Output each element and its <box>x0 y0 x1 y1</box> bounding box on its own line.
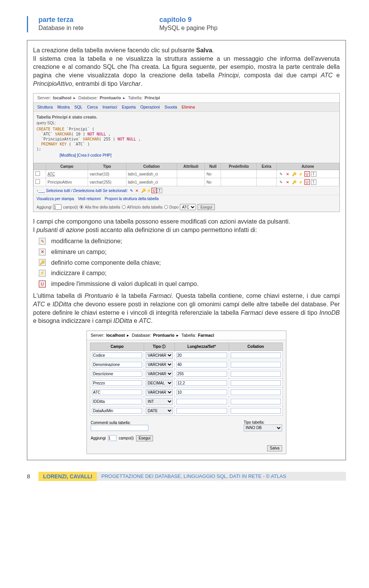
field-type-select[interactable]: DATE <box>146 408 173 414</box>
field-len-input[interactable] <box>176 399 227 404</box>
table-comments-label: Commenti sulla tabella: <box>91 421 131 425</box>
field-len-input[interactable] <box>176 380 227 386</box>
edit-icon: ✎ <box>129 188 134 193</box>
footer-author: LORENZI, CAVALLI <box>38 472 97 481</box>
edit-icon[interactable]: ✎ <box>278 171 284 177</box>
field-name-input[interactable] <box>92 352 142 358</box>
page-number: 8 <box>27 473 38 479</box>
chapter-subtitle: MySQL e pagine Php <box>159 24 218 32</box>
field-type-select[interactable]: VARCHAR <box>146 352 173 359</box>
field-type-select[interactable]: DECIMAL <box>146 380 173 386</box>
page-footer: 8 LORENZI, CAVALLI PROGETTAZIONE DEI DAT… <box>27 472 346 481</box>
paragraph-5: L'ultima tabella di Prontuario è la tabe… <box>33 292 340 325</box>
field-type-select[interactable]: VARCHAR <box>146 389 173 396</box>
field-coll-input[interactable] <box>231 371 281 377</box>
field-type-select[interactable]: VARCHAR <box>146 371 173 377</box>
execute-button[interactable]: Esegui <box>136 435 153 441</box>
part-title: parte terza <box>38 15 83 24</box>
save-button[interactable]: Salva <box>267 445 282 451</box>
tab-cerca[interactable]: Cerca <box>85 104 99 110</box>
index-icon[interactable]: ⚡ <box>298 171 303 177</box>
add-field-row: Aggiungi campo(i) Alla fine della tabell… <box>33 202 339 212</box>
field-coll-input[interactable] <box>231 399 281 404</box>
propose-structure-link[interactable]: Proponi la struttura della tabella <box>105 197 159 201</box>
field-coll-input[interactable] <box>231 380 281 386</box>
row-checkbox[interactable] <box>35 171 40 176</box>
field-name-input[interactable] <box>92 371 142 377</box>
tab-svuota[interactable]: Svuota <box>163 104 179 110</box>
field-name[interactable]: PrincipioAttivo <box>46 178 88 186</box>
radio-end[interactable] <box>80 205 83 209</box>
paragraph-2: Il sistema crea la tabella e ne visualiz… <box>33 55 340 88</box>
create-table-grid: CampoTipo ⓘ Lunghezza/Set*Collation VARC… <box>90 342 283 416</box>
tab-sql[interactable]: SQL <box>73 104 84 110</box>
index-icon[interactable]: ⚡ <box>298 179 303 185</box>
radio-after[interactable] <box>164 205 168 209</box>
field-coll-input[interactable] <box>231 408 281 414</box>
field-coll-input[interactable] <box>231 362 281 368</box>
unique-icon[interactable]: U <box>304 171 310 177</box>
field-len-input[interactable] <box>176 408 227 414</box>
relations-link[interactable]: Vedi relazioni <box>78 197 101 201</box>
field-name-input[interactable] <box>92 380 142 386</box>
action-buttons-list: ✎modificarne la definizione; ✕eliminare … <box>39 237 340 288</box>
print-view-link[interactable]: Visualizza per stampa <box>37 197 74 201</box>
table-comments-input[interactable] <box>91 425 148 431</box>
bottom-links: Visualizza per stampa Vedi relazioni Pro… <box>33 195 339 202</box>
field-name-input[interactable] <box>92 408 142 414</box>
execute-button[interactable]: Esegui <box>198 204 215 210</box>
paragraph-1: La creazione della tabella avviene facen… <box>33 46 340 55</box>
delete-icon: ✕ <box>134 188 140 193</box>
radio-start[interactable] <box>122 205 126 209</box>
fulltext-icon[interactable]: T <box>311 179 316 185</box>
breadcrumb: Server: localhost ▸ Database: Prontuario… <box>87 331 286 340</box>
primary-icon[interactable]: 🔑 <box>291 171 297 177</box>
tab-mostra[interactable]: Mostra <box>56 104 71 110</box>
breadcrumb: Server: localhost ▸ Database: Prontuario… <box>33 94 339 103</box>
primary-key-icon: 🔑 <box>39 259 46 266</box>
phpmyadmin-screenshot-2: Server: localhost ▸ Database: Prontuario… <box>86 331 286 454</box>
content-frame: La creazione della tabella avviene facen… <box>27 40 346 460</box>
field-coll-input[interactable] <box>231 352 281 358</box>
add-count-input[interactable] <box>108 435 116 441</box>
page-header: parte terza Database in rete capitolo 9 … <box>27 15 346 32</box>
table-row: PrincipioAttivo varchar(255)latin1_swedi… <box>34 178 339 186</box>
success-message: Tabella Principi è stato creato. <box>37 115 336 119</box>
field-name-input[interactable] <box>92 389 142 395</box>
field-type-select[interactable]: INT <box>146 398 173 405</box>
select-all-row[interactable]: ↑___ Seleziona tutti / Deseleziona tutti… <box>33 186 339 195</box>
field-name-input[interactable] <box>92 362 142 368</box>
table-type-select[interactable]: INNO DB <box>244 424 282 431</box>
unique-icon[interactable]: U <box>304 179 310 185</box>
delete-icon: ✕ <box>39 249 46 256</box>
field-len-input[interactable] <box>176 352 227 358</box>
field-len-input[interactable] <box>176 389 227 395</box>
tab-inserisci[interactable]: Inserisci <box>101 104 119 110</box>
footer-title: PROGETTAZIONE DEI DATABASE, LINGUAGGIO S… <box>97 472 346 481</box>
after-field-select[interactable]: ATC <box>180 204 196 210</box>
field-type-select[interactable]: VARCHAR <box>146 361 173 368</box>
tab-bar: Struttura Mostra SQL Cerca Inserisci Esp… <box>33 103 339 112</box>
query-links[interactable]: [Modifica] [Crea il codice PHP] <box>60 153 336 157</box>
field-coll-input[interactable] <box>231 389 281 395</box>
paragraph-4: I pulsanti di azione posti accanto alla … <box>33 226 340 234</box>
tab-esporta[interactable]: Esporta <box>120 104 137 110</box>
edit-icon: ✎ <box>39 238 46 245</box>
index-icon: ⚡ <box>39 270 46 277</box>
add-count-input[interactable] <box>53 204 62 210</box>
chapter-title: capitolo 9 <box>159 15 218 24</box>
field-len-input[interactable] <box>176 362 227 368</box>
row-checkbox[interactable] <box>35 179 40 184</box>
field-len-input[interactable] <box>176 371 227 377</box>
field-name[interactable]: ATC <box>48 172 55 176</box>
field-name-input[interactable] <box>92 399 142 404</box>
delete-icon[interactable]: ✕ <box>285 179 290 185</box>
tab-struttura[interactable]: Struttura <box>36 104 54 110</box>
tab-operazioni[interactable]: Operazioni <box>139 104 161 110</box>
edit-icon[interactable]: ✎ <box>278 179 284 185</box>
tab-elimina[interactable]: Elimina <box>180 104 196 110</box>
primary-icon[interactable]: 🔑 <box>291 179 297 185</box>
delete-icon[interactable]: ✕ <box>285 171 290 177</box>
paragraph-3: I campi che compongono una tabella posso… <box>33 217 340 226</box>
fulltext-icon[interactable]: T <box>311 171 316 177</box>
